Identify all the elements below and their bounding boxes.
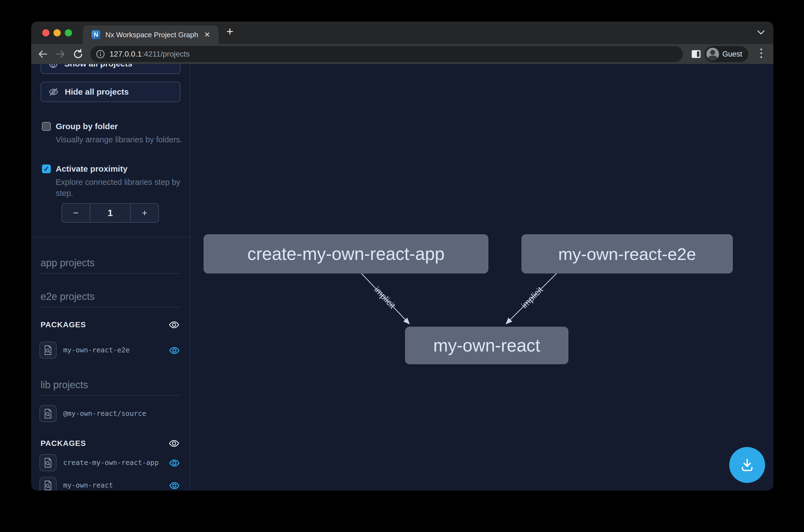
project-visible-eye-icon[interactable]: [169, 457, 180, 469]
project-name[interactable]: @my-own-react/source: [63, 404, 146, 423]
project-row[interactable]: create-my-own-react-app: [31, 454, 190, 472]
browser-window: N Nx Workspace Project Graph ✕ +: [31, 21, 773, 491]
window-controls: [42, 29, 72, 36]
project-name[interactable]: my-own-react: [63, 476, 113, 491]
file-search-icon[interactable]: [39, 405, 57, 422]
reload-button[interactable]: [69, 46, 87, 62]
hide-all-projects-button[interactable]: Hide all projects: [41, 82, 180, 102]
graph-node-create-my-own-react-app[interactable]: create-my-own-react-app: [204, 234, 489, 273]
eye-off-icon: [48, 87, 59, 97]
url-text: 127.0.0.1:4211/projects: [110, 50, 190, 58]
activate-proximity-description: Explore connected libraries step by step…: [56, 176, 186, 199]
url-bar[interactable]: 127.0.0.1:4211/projects: [90, 46, 683, 62]
file-search-icon[interactable]: [39, 477, 57, 491]
browser-tab[interactable]: N Nx Workspace Project Graph ✕: [83, 25, 218, 44]
close-window-button[interactable]: [42, 29, 50, 36]
back-button[interactable]: [34, 46, 52, 62]
group-by-folder-option: Group by folder Visually arrange librari…: [42, 121, 180, 145]
graph-node-my-own-react-e2e[interactable]: my-own-react-e2e: [521, 234, 733, 273]
forward-button[interactable]: [52, 46, 69, 62]
project-row[interactable]: my-own-react: [31, 476, 190, 491]
show-all-projects-button[interactable]: Show all projects: [41, 64, 180, 74]
project-row[interactable]: my-own-react-e2e: [31, 341, 190, 359]
avatar-icon: [706, 48, 719, 60]
project-visible-eye-icon[interactable]: [169, 480, 180, 491]
group-by-folder-label: Group by folder: [56, 122, 118, 131]
url-path: :4211/projects: [142, 50, 190, 58]
new-tab-button[interactable]: +: [222, 24, 237, 39]
hide-all-projects-label: Hide all projects: [65, 87, 129, 97]
download-icon: [738, 456, 756, 474]
profile-chip[interactable]: Guest: [705, 46, 748, 62]
nx-favicon-icon: N: [92, 30, 100, 39]
e2e-packages-label: PACKAGES: [41, 320, 86, 329]
file-search-icon[interactable]: [39, 342, 57, 359]
show-all-projects-label: Show all projects: [64, 64, 132, 69]
group-by-folder-description: Visually arrange libraries by folders.: [56, 134, 186, 145]
url-host: 127.0.0.1: [110, 50, 142, 58]
activate-proximity-label: Activate proximity: [56, 164, 128, 173]
proximity-decrement-button[interactable]: −: [62, 204, 90, 222]
tab-search-chevron-icon[interactable]: [757, 30, 765, 35]
side-panel-icon[interactable]: [691, 50, 701, 58]
group-by-folder-checkbox[interactable]: [42, 122, 51, 131]
lib-packages-label: PACKAGES: [41, 439, 86, 448]
browser-toolbar: 127.0.0.1:4211/projects Guest: [31, 44, 773, 64]
projects-sidebar: Show all projects Hide all projects Grou…: [31, 64, 190, 491]
proximity-stepper: − 1 +: [61, 203, 159, 223]
edge-label: implicit: [519, 285, 545, 310]
project-row[interactable]: @my-own-react/source: [31, 404, 190, 423]
tab-title: Nx Workspace Project Graph: [106, 31, 198, 39]
lib-packages-header: PACKAGES: [41, 437, 180, 450]
e2e-packages-eye-icon[interactable]: [168, 319, 180, 330]
profile-name: Guest: [722, 50, 742, 58]
file-search-icon[interactable]: [39, 454, 57, 471]
tab-strip: N Nx Workspace Project Graph ✕ +: [31, 21, 773, 44]
project-visible-eye-icon[interactable]: [169, 345, 180, 356]
activate-proximity-option: ✓ Activate proximity Explore connected l…: [42, 163, 180, 199]
proximity-value: 1: [90, 204, 130, 222]
app-projects-heading: app projects: [41, 257, 180, 274]
zoom-window-button[interactable]: [65, 29, 72, 36]
graph-node-my-own-react[interactable]: my-own-react: [405, 327, 568, 364]
lib-packages-eye-icon[interactable]: [168, 438, 180, 449]
graph-edges: implicit implicit: [190, 64, 773, 491]
project-name[interactable]: create-my-own-react-app: [63, 454, 159, 472]
sidebar-section-divider: [31, 237, 190, 238]
edge-label: implicit: [372, 285, 397, 310]
tab-close-icon[interactable]: ✕: [204, 30, 210, 39]
page-content: Show all projects Hide all projects Grou…: [31, 64, 773, 491]
browser-menu-button[interactable]: [759, 49, 764, 58]
site-info-icon[interactable]: [96, 50, 105, 59]
download-graph-button[interactable]: [729, 447, 765, 483]
minimize-window-button[interactable]: [54, 29, 61, 36]
project-graph-canvas[interactable]: implicit implicit create-my-own-react-ap…: [190, 64, 773, 491]
proximity-increment-button[interactable]: +: [130, 204, 158, 222]
activate-proximity-checkbox[interactable]: ✓: [42, 165, 51, 173]
project-name[interactable]: my-own-react-e2e: [63, 341, 130, 359]
lib-projects-heading: lib projects: [41, 379, 180, 396]
e2e-projects-heading: e2e projects: [41, 291, 180, 307]
e2e-packages-header: PACKAGES: [41, 319, 180, 331]
